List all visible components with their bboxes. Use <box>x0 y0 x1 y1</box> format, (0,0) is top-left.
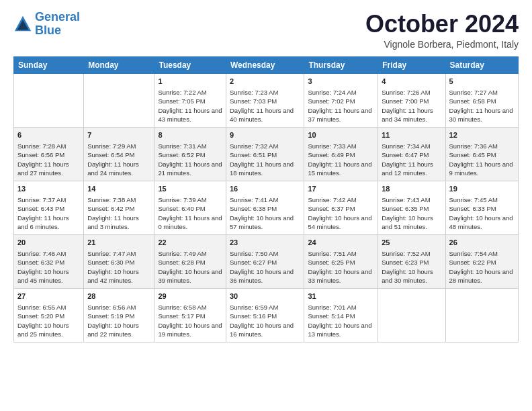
cell-content: Sunrise: 7:27 AMSunset: 6:58 PMDaylight:… <box>449 88 515 124</box>
weekday-header: Monday <box>84 56 154 73</box>
cell-content: Sunrise: 7:34 AMSunset: 6:47 PMDaylight:… <box>382 142 441 177</box>
day-number: 2 <box>230 77 300 87</box>
calendar-cell: 11Sunrise: 7:34 AMSunset: 6:47 PMDayligh… <box>378 127 445 181</box>
calendar-cell: 29Sunrise: 6:58 AMSunset: 5:17 PMDayligh… <box>154 288 226 342</box>
calendar-cell: 10Sunrise: 7:33 AMSunset: 6:49 PMDayligh… <box>304 127 378 181</box>
cell-content: Sunrise: 6:56 AMSunset: 5:19 PMDaylight:… <box>87 303 150 338</box>
day-number: 17 <box>308 184 374 194</box>
day-number: 28 <box>87 291 150 302</box>
day-number: 26 <box>449 238 515 248</box>
logo-line1: General <box>35 10 80 24</box>
month-title: October 2024 <box>365 11 519 38</box>
calendar-cell: 25Sunrise: 7:52 AMSunset: 6:23 PMDayligh… <box>378 234 445 288</box>
logo-line2: Blue <box>35 24 61 37</box>
cell-content: Sunrise: 7:39 AMSunset: 6:40 PMDaylight:… <box>158 195 222 231</box>
cell-content: Sunrise: 7:24 AMSunset: 7:02 PMDaylight:… <box>308 88 374 124</box>
cell-content: Sunrise: 7:26 AMSunset: 7:00 PMDaylight:… <box>382 88 441 124</box>
weekday-header: Saturday <box>445 56 518 73</box>
calendar-cell: 16Sunrise: 7:41 AMSunset: 6:38 PMDayligh… <box>226 181 304 234</box>
calendar-cell: 15Sunrise: 7:39 AMSunset: 6:40 PMDayligh… <box>154 181 226 234</box>
calendar-cell: 23Sunrise: 7:50 AMSunset: 6:27 PMDayligh… <box>226 234 304 288</box>
calendar-cell: 30Sunrise: 6:59 AMSunset: 5:16 PMDayligh… <box>226 288 304 342</box>
calendar-body: 1Sunrise: 7:22 AMSunset: 7:05 PMDaylight… <box>14 73 519 342</box>
cell-content: Sunrise: 7:46 AMSunset: 6:32 PMDaylight:… <box>17 249 80 285</box>
cell-content: Sunrise: 7:36 AMSunset: 6:45 PMDaylight:… <box>449 142 515 177</box>
cell-content: Sunrise: 7:01 AMSunset: 5:14 PMDaylight:… <box>308 303 374 338</box>
cell-content: Sunrise: 6:55 AMSunset: 5:20 PMDaylight:… <box>17 303 80 338</box>
day-number: 21 <box>87 238 150 248</box>
calendar-cell: 2Sunrise: 7:23 AMSunset: 7:03 PMDaylight… <box>226 73 304 127</box>
calendar-cell: 27Sunrise: 6:55 AMSunset: 5:20 PMDayligh… <box>14 288 84 342</box>
calendar-cell: 6Sunrise: 7:28 AMSunset: 6:56 PMDaylight… <box>14 127 84 181</box>
calendar-cell: 7Sunrise: 7:29 AMSunset: 6:54 PMDaylight… <box>84 127 154 181</box>
calendar-cell: 24Sunrise: 7:51 AMSunset: 6:25 PMDayligh… <box>304 234 378 288</box>
day-number: 10 <box>308 130 374 140</box>
day-number: 25 <box>382 238 441 248</box>
header: General Blue October 2024 Vignole Borber… <box>13 11 519 50</box>
calendar-cell: 13Sunrise: 7:37 AMSunset: 6:43 PMDayligh… <box>14 181 84 234</box>
calendar-cell: 9Sunrise: 7:32 AMSunset: 6:51 PMDaylight… <box>226 127 304 181</box>
cell-content: Sunrise: 7:38 AMSunset: 6:42 PMDaylight:… <box>87 195 150 231</box>
cell-content: Sunrise: 7:52 AMSunset: 6:23 PMDaylight:… <box>382 249 441 285</box>
day-number: 24 <box>308 238 374 248</box>
cell-content: Sunrise: 7:42 AMSunset: 6:37 PMDaylight:… <box>308 195 374 231</box>
calendar-cell <box>84 73 154 127</box>
calendar-header: SundayMondayTuesdayWednesdayThursdayFrid… <box>14 56 519 73</box>
location: Vignole Borbera, Piedmont, Italy <box>365 39 519 50</box>
calendar-cell: 21Sunrise: 7:47 AMSunset: 6:30 PMDayligh… <box>84 234 154 288</box>
weekday-header: Tuesday <box>154 56 226 73</box>
logo-text: General Blue <box>35 11 80 38</box>
day-number: 14 <box>87 184 150 194</box>
day-number: 8 <box>158 130 222 140</box>
calendar-table: SundayMondayTuesdayWednesdayThursdayFrid… <box>13 56 519 342</box>
logo: General Blue <box>13 11 80 38</box>
day-number: 11 <box>382 130 441 140</box>
day-number: 1 <box>158 77 222 87</box>
day-number: 27 <box>17 291 80 302</box>
cell-content: Sunrise: 7:49 AMSunset: 6:28 PMDaylight:… <box>158 249 222 285</box>
weekday-header: Wednesday <box>226 56 304 73</box>
cell-content: Sunrise: 7:29 AMSunset: 6:54 PMDaylight:… <box>87 142 150 177</box>
calendar-cell: 20Sunrise: 7:46 AMSunset: 6:32 PMDayligh… <box>14 234 84 288</box>
day-number: 3 <box>308 77 374 87</box>
day-number: 20 <box>17 238 80 248</box>
day-number: 6 <box>17 130 80 140</box>
calendar-cell: 17Sunrise: 7:42 AMSunset: 6:37 PMDayligh… <box>304 181 378 234</box>
calendar-week-row: 6Sunrise: 7:28 AMSunset: 6:56 PMDaylight… <box>14 127 519 181</box>
calendar-cell: 22Sunrise: 7:49 AMSunset: 6:28 PMDayligh… <box>154 234 226 288</box>
calendar-week-row: 20Sunrise: 7:46 AMSunset: 6:32 PMDayligh… <box>14 234 519 288</box>
calendar-cell <box>14 73 84 127</box>
cell-content: Sunrise: 7:31 AMSunset: 6:52 PMDaylight:… <box>158 142 222 177</box>
calendar-week-row: 27Sunrise: 6:55 AMSunset: 5:20 PMDayligh… <box>14 288 519 342</box>
day-number: 31 <box>308 291 374 302</box>
cell-content: Sunrise: 6:59 AMSunset: 5:16 PMDaylight:… <box>230 303 300 338</box>
calendar-cell: 19Sunrise: 7:45 AMSunset: 6:33 PMDayligh… <box>445 181 518 234</box>
day-number: 15 <box>158 184 222 194</box>
cell-content: Sunrise: 7:28 AMSunset: 6:56 PMDaylight:… <box>17 142 80 177</box>
calendar-cell: 18Sunrise: 7:43 AMSunset: 6:35 PMDayligh… <box>378 181 445 234</box>
calendar-cell: 12Sunrise: 7:36 AMSunset: 6:45 PMDayligh… <box>445 127 518 181</box>
weekday-header: Thursday <box>304 56 378 73</box>
day-number: 30 <box>230 291 300 302</box>
cell-content: Sunrise: 7:41 AMSunset: 6:38 PMDaylight:… <box>230 195 300 231</box>
day-number: 5 <box>449 77 515 87</box>
cell-content: Sunrise: 7:23 AMSunset: 7:03 PMDaylight:… <box>230 88 300 124</box>
title-block: October 2024 Vignole Borbera, Piedmont, … <box>365 11 519 50</box>
calendar-cell: 14Sunrise: 7:38 AMSunset: 6:42 PMDayligh… <box>84 181 154 234</box>
day-number: 29 <box>158 291 222 302</box>
day-number: 23 <box>230 238 300 248</box>
cell-content: Sunrise: 7:37 AMSunset: 6:43 PMDaylight:… <box>17 195 80 231</box>
day-number: 7 <box>87 130 150 140</box>
day-number: 16 <box>230 184 300 194</box>
weekday-header: Friday <box>378 56 445 73</box>
calendar-cell: 1Sunrise: 7:22 AMSunset: 7:05 PMDaylight… <box>154 73 226 127</box>
calendar-week-row: 13Sunrise: 7:37 AMSunset: 6:43 PMDayligh… <box>14 181 519 234</box>
cell-content: Sunrise: 7:45 AMSunset: 6:33 PMDaylight:… <box>449 195 515 231</box>
calendar-week-row: 1Sunrise: 7:22 AMSunset: 7:05 PMDaylight… <box>14 73 519 127</box>
cell-content: Sunrise: 7:32 AMSunset: 6:51 PMDaylight:… <box>230 142 300 177</box>
calendar-cell: 31Sunrise: 7:01 AMSunset: 5:14 PMDayligh… <box>304 288 378 342</box>
day-number: 22 <box>158 238 222 248</box>
cell-content: Sunrise: 7:43 AMSunset: 6:35 PMDaylight:… <box>382 195 441 231</box>
cell-content: Sunrise: 7:51 AMSunset: 6:25 PMDaylight:… <box>308 249 374 285</box>
calendar-cell <box>378 288 445 342</box>
